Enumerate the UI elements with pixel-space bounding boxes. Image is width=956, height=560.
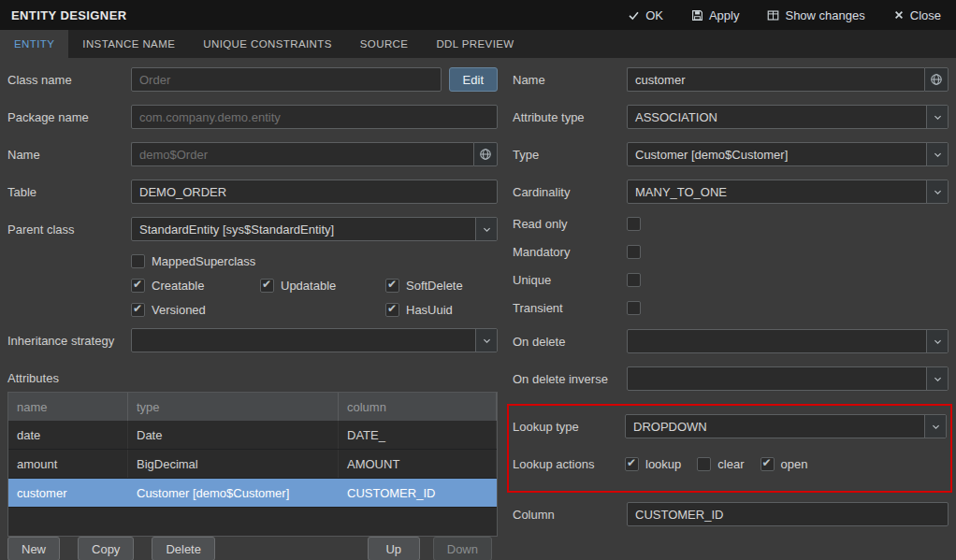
field-package-name: Package name: [7, 105, 498, 129]
on-delete-select[interactable]: [627, 329, 949, 353]
chevron-down-icon[interactable]: [475, 329, 497, 352]
attributes-section-label: Attributes: [7, 371, 498, 385]
class-name-label: Class name: [7, 73, 131, 87]
package-name-input[interactable]: [131, 105, 498, 129]
parent-class-label: Parent class: [7, 223, 131, 237]
window-title: ENTITY DESIGNER: [11, 8, 127, 22]
field-entity-name: Name: [7, 142, 498, 166]
table-empty-area: [8, 508, 497, 536]
up-button[interactable]: Up: [368, 537, 420, 560]
copy-button[interactable]: Copy: [78, 537, 134, 560]
table-row[interactable]: customer Customer [demo$Customer] CUSTOM…: [8, 479, 497, 508]
row-move-buttons: Up Down: [368, 537, 498, 560]
cardinality-select[interactable]: MANY_TO_ONE: [627, 179, 949, 204]
entity-name-label: Name: [7, 148, 131, 162]
chevron-down-icon[interactable]: [926, 367, 948, 390]
column-label: Column: [513, 508, 627, 522]
save-icon: [691, 9, 703, 22]
attr-name-label: Name: [513, 73, 627, 87]
tab-instance-name[interactable]: INSTANCE NAME: [68, 30, 189, 58]
checkbox-box[interactable]: [760, 457, 775, 471]
lookup-highlight-box: Lookup type DROPDOWN Lookup actions look…: [507, 404, 952, 493]
column-header-column[interactable]: column: [339, 393, 497, 421]
checkbox-lookup-action-clear[interactable]: clear: [697, 457, 744, 471]
parent-class-select[interactable]: StandardEntity [sys$StandardEntity]: [131, 217, 498, 241]
field-mandatory: Mandatory: [513, 245, 949, 259]
field-transient: Transient: [513, 301, 949, 315]
table-row[interactable]: date Date DATE_: [8, 421, 497, 450]
new-button[interactable]: New: [7, 537, 60, 560]
entity-designer-window: ENTITY DESIGNER OK Apply Show changes Cl…: [0, 0, 956, 560]
column-input[interactable]: [627, 502, 949, 526]
checkbox-box[interactable]: [131, 303, 145, 317]
chevron-down-icon[interactable]: [926, 106, 948, 128]
read-only-checkbox[interactable]: [627, 217, 641, 231]
field-attribute-type: Attribute type ASSOCIATION: [513, 105, 949, 129]
globe-icon[interactable]: [924, 67, 949, 92]
checkbox-lookup-action-lookup[interactable]: lookup: [625, 457, 681, 471]
field-inheritance-strategy: Inheritance strategy: [7, 328, 498, 352]
field-lookup-actions: Lookup actions lookup clear open: [513, 452, 947, 476]
checkbox-lookup-action-open[interactable]: open: [760, 457, 808, 471]
table-input[interactable]: [131, 179, 498, 204]
field-table: Table: [7, 179, 498, 204]
globe-icon[interactable]: [473, 142, 498, 166]
lookup-type-select[interactable]: DROPDOWN: [625, 414, 947, 438]
cardinality-label: Cardinality: [513, 185, 627, 199]
chevron-down-icon[interactable]: [924, 415, 946, 438]
close-button[interactable]: Close: [891, 7, 943, 24]
checkbox-box[interactable]: [697, 457, 711, 471]
titlebar: ENTITY DESIGNER OK Apply Show changes Cl…: [0, 0, 956, 30]
diff-icon: [767, 9, 779, 22]
checkbox-mapped-superclass[interactable]: MappedSuperclass: [131, 254, 498, 268]
checkbox-updatable[interactable]: Updatable: [260, 279, 385, 293]
delete-button[interactable]: Delete: [152, 537, 215, 560]
attr-name-input[interactable]: [627, 67, 924, 92]
checkbox-versioned[interactable]: Versioned: [131, 303, 260, 317]
checkbox-softdelete[interactable]: SoftDelete: [385, 279, 498, 293]
on-delete-inverse-select[interactable]: [627, 366, 949, 391]
ok-button[interactable]: OK: [626, 7, 665, 24]
chevron-down-icon[interactable]: [926, 143, 948, 165]
table-row[interactable]: amount BigDecimal AMOUNT: [8, 450, 497, 479]
down-button[interactable]: Down: [433, 537, 492, 560]
entity-flags: MappedSuperclass Creatable Updatable Sof…: [131, 254, 498, 317]
checkbox-box[interactable]: [131, 279, 145, 293]
checkbox-box[interactable]: [131, 254, 145, 268]
attribute-type-select[interactable]: ASSOCIATION: [627, 105, 949, 129]
attribute-panel: Name Attribute type ASSOCIATION: [505, 58, 956, 560]
chevron-down-icon[interactable]: [926, 330, 948, 352]
checkbox-hasuuid[interactable]: HasUuid: [385, 303, 498, 317]
attr-type-select[interactable]: Customer [demo$Customer]: [627, 142, 949, 166]
field-on-delete: On delete: [513, 329, 949, 353]
column-header-name[interactable]: name: [8, 393, 128, 421]
apply-button[interactable]: Apply: [689, 7, 742, 24]
class-name-input[interactable]: [131, 67, 442, 92]
edit-button[interactable]: Edit: [449, 67, 498, 92]
chevron-down-icon[interactable]: [926, 180, 948, 203]
field-unique: Unique: [513, 273, 949, 287]
field-on-delete-inverse: On delete inverse: [513, 366, 949, 391]
tab-ddl-preview[interactable]: DDL PREVIEW: [422, 30, 528, 58]
checkbox-creatable[interactable]: Creatable: [131, 279, 260, 293]
inheritance-strategy-select[interactable]: [131, 328, 498, 352]
checkbox-box[interactable]: [385, 303, 399, 317]
checkbox-box[interactable]: [260, 279, 274, 293]
show-changes-button[interactable]: Show changes: [765, 7, 866, 24]
tab-unique-constraints[interactable]: UNIQUE CONSTRAINTS: [189, 30, 346, 58]
checkbox-box[interactable]: [385, 279, 399, 293]
entity-panel: Class name Edit Package name Name: [0, 58, 505, 560]
row-edit-buttons: New Copy Delete: [7, 537, 215, 560]
mandatory-checkbox[interactable]: [627, 245, 641, 259]
transient-checkbox[interactable]: [627, 301, 641, 315]
tab-source[interactable]: SOURCE: [346, 30, 423, 58]
column-header-type[interactable]: type: [128, 393, 339, 421]
tab-entity[interactable]: ENTITY: [0, 30, 68, 58]
entity-tab-content: Class name Edit Package name Name: [0, 58, 956, 560]
chevron-down-icon[interactable]: [475, 218, 497, 240]
entity-name-input[interactable]: [131, 142, 473, 166]
field-cardinality: Cardinality MANY_TO_ONE: [513, 179, 949, 204]
unique-checkbox[interactable]: [627, 273, 641, 287]
checkbox-box[interactable]: [625, 457, 639, 471]
titlebar-actions: OK Apply Show changes Close: [626, 7, 943, 24]
